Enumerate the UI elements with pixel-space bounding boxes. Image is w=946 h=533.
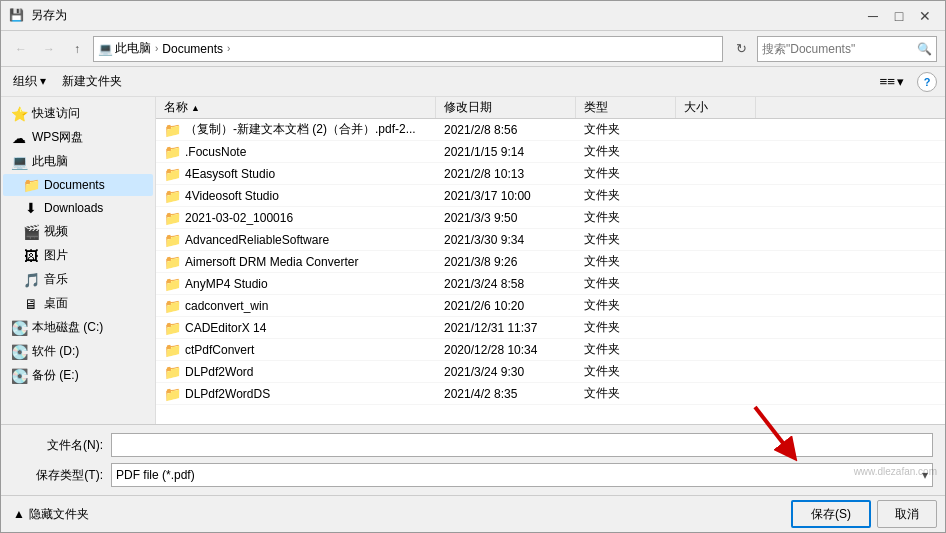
sidebar-item-downloads[interactable]: ⬇ Downloads	[3, 197, 153, 219]
search-input[interactable]	[762, 42, 917, 56]
back-button[interactable]: ←	[9, 37, 33, 61]
folder-icon: 📁	[164, 342, 181, 358]
sidebar-item-video[interactable]: 🎬 视频	[3, 220, 153, 243]
file-cell-type: 文件夹	[576, 361, 676, 382]
file-list[interactable]: 📁 （复制）-新建文本文档 (2)（合并）.pdf-2... 2021/2/8 …	[156, 119, 945, 424]
file-row[interactable]: 📁 .FocusNote 2021/1/15 9:14 文件夹	[156, 141, 945, 163]
refresh-button[interactable]: ↻	[729, 37, 753, 61]
file-cell-date: 2021/1/15 9:14	[436, 141, 576, 162]
minimize-button[interactable]: ─	[861, 4, 885, 28]
view-dropdown-arrow: ▾	[897, 74, 904, 89]
file-row[interactable]: 📁 2021-03-02_100016 2021/3/3 9:50 文件夹	[156, 207, 945, 229]
folder-icon: 📁	[164, 320, 181, 336]
this-pc-icon: 💻	[11, 154, 27, 170]
file-row[interactable]: 📁 CADEditorX 14 2021/12/31 11:37 文件夹	[156, 317, 945, 339]
file-cell-date: 2021/3/17 10:00	[436, 185, 576, 206]
file-row[interactable]: 📁 （复制）-新建文本文档 (2)（合并）.pdf-2... 2021/2/8 …	[156, 119, 945, 141]
col-header-name[interactable]: 名称 ▲	[156, 97, 436, 118]
address-bar[interactable]: 💻 名称 此电脑 › Documents ›	[93, 36, 723, 62]
file-name-text: cadconvert_win	[185, 299, 268, 313]
file-cell-date: 2021/2/8 10:13	[436, 163, 576, 184]
file-row[interactable]: 📁 DLPdf2WordDS 2021/4/2 8:35 文件夹	[156, 383, 945, 405]
filename-input[interactable]	[111, 433, 933, 457]
save-button[interactable]: 保存(S)	[791, 500, 871, 528]
breadcrumb-documents-label: Documents	[162, 42, 223, 56]
file-row[interactable]: 📁 cadconvert_win 2021/2/6 10:20 文件夹	[156, 295, 945, 317]
file-cell-size	[676, 185, 756, 206]
col-header-size[interactable]: 大小	[676, 97, 756, 118]
file-cell-type: 文件夹	[576, 251, 676, 272]
file-row[interactable]: 📁 ctPdfConvert 2020/12/28 10:34 文件夹	[156, 339, 945, 361]
sidebar-item-pictures[interactable]: 🖼 图片	[3, 244, 153, 267]
sidebar-item-music[interactable]: 🎵 音乐	[3, 268, 153, 291]
file-cell-name: 📁 ctPdfConvert	[156, 339, 436, 360]
search-bar[interactable]: 🔍	[757, 36, 937, 62]
file-row[interactable]: 📁 4Videosoft Studio 2021/3/17 10:00 文件夹	[156, 185, 945, 207]
file-name-text: AnyMP4 Studio	[185, 277, 268, 291]
sidebar-label-quick-access: 快速访问	[32, 105, 80, 122]
col-header-type[interactable]: 类型	[576, 97, 676, 118]
file-cell-date: 2021/4/2 8:35	[436, 383, 576, 404]
sidebar-item-disk-e[interactable]: 💽 备份 (E:)	[3, 364, 153, 387]
help-button[interactable]: ?	[917, 72, 937, 92]
sidebar-label-disk-d: 软件 (D:)	[32, 343, 79, 360]
file-cell-name: 📁 .FocusNote	[156, 141, 436, 162]
new-folder-button[interactable]: 新建文件夹	[58, 71, 126, 92]
disk-e-icon: 💽	[11, 368, 27, 384]
view-options-button[interactable]: ≡≡ ▾	[874, 71, 909, 92]
sidebar-item-wps-cloud[interactable]: ☁ WPS网盘	[3, 126, 153, 149]
forward-button[interactable]: →	[37, 37, 61, 61]
file-cell-type: 文件夹	[576, 207, 676, 228]
file-name-text: 4Easysoft Studio	[185, 167, 275, 181]
file-cell-size	[676, 119, 756, 140]
file-cell-name: 📁 4Easysoft Studio	[156, 163, 436, 184]
dropdown-arrow-icon: ▾	[922, 468, 928, 482]
file-cell-type: 文件夹	[576, 339, 676, 360]
file-row[interactable]: 📁 AdvancedReliableSoftware 2021/3/30 9:3…	[156, 229, 945, 251]
local-disk-c-icon: 💽	[11, 320, 27, 336]
file-cell-name: 📁 AnyMP4 Studio	[156, 273, 436, 294]
pc-icon: 💻	[98, 42, 113, 56]
file-cell-name: 📁 DLPdf2WordDS	[156, 383, 436, 404]
maximize-button[interactable]: □	[887, 4, 911, 28]
sidebar-item-quick-access[interactable]: ⭐ 快速访问	[3, 102, 153, 125]
bottom-section: 文件名(N): 保存类型(T): PDF file (*.pdf) ▾	[1, 424, 945, 495]
hide-folder-button[interactable]: ▲ 隐藏文件夹	[9, 504, 93, 525]
close-button[interactable]: ✕	[913, 4, 937, 28]
desktop-icon: 🖥	[23, 296, 39, 312]
file-name-text: Aimersoft DRM Media Converter	[185, 255, 358, 269]
organize-button[interactable]: 组织 ▾	[9, 71, 50, 92]
col-header-date[interactable]: 修改日期	[436, 97, 576, 118]
sidebar-label-music: 音乐	[44, 271, 68, 288]
sort-arrow: ▲	[191, 103, 200, 113]
file-cell-date: 2021/2/6 10:20	[436, 295, 576, 316]
sidebar-item-disk-d[interactable]: 💽 软件 (D:)	[3, 340, 153, 363]
filename-label: 文件名(N):	[13, 437, 103, 454]
file-cell-name: 📁 Aimersoft DRM Media Converter	[156, 251, 436, 272]
file-cell-type: 文件夹	[576, 119, 676, 140]
wps-cloud-icon: ☁	[11, 130, 27, 146]
file-name-text: DLPdf2WordDS	[185, 387, 270, 401]
filetype-label: 保存类型(T):	[13, 467, 103, 484]
file-cell-name: 📁 2021-03-02_100016	[156, 207, 436, 228]
file-name-text: AdvancedReliableSoftware	[185, 233, 329, 247]
sidebar-item-desktop[interactable]: 🖥 桌面	[3, 292, 153, 315]
sidebar-label-wps-cloud: WPS网盘	[32, 129, 83, 146]
filetype-dropdown[interactable]: PDF file (*.pdf) ▾	[111, 463, 933, 487]
file-row[interactable]: 📁 AnyMP4 Studio 2021/3/24 8:58 文件夹	[156, 273, 945, 295]
up-button[interactable]: ↑	[65, 37, 89, 61]
file-cell-name: 📁 （复制）-新建文本文档 (2)（合并）.pdf-2...	[156, 119, 436, 140]
sidebar-item-local-disk-c[interactable]: 💽 本地磁盘 (C:)	[3, 316, 153, 339]
file-cell-size	[676, 317, 756, 338]
file-row[interactable]: 📁 DLPdf2Word 2021/3/24 9:30 文件夹	[156, 361, 945, 383]
file-row[interactable]: 📁 4Easysoft Studio 2021/2/8 10:13 文件夹	[156, 163, 945, 185]
file-name-text: ctPdfConvert	[185, 343, 254, 357]
main-content: ⭐ 快速访问 ☁ WPS网盘 💻 此电脑 📁 Documents ⬇ Downl…	[1, 97, 945, 424]
sidebar-item-this-pc[interactable]: 💻 此电脑	[3, 150, 153, 173]
file-row[interactable]: 📁 Aimersoft DRM Media Converter 2021/3/8…	[156, 251, 945, 273]
cancel-button[interactable]: 取消	[877, 500, 937, 528]
file-cell-date: 2021/3/8 9:26	[436, 251, 576, 272]
sidebar-label-downloads: Downloads	[44, 201, 103, 215]
sidebar-item-documents[interactable]: 📁 Documents	[3, 174, 153, 196]
view-icon: ≡≡	[879, 74, 895, 89]
